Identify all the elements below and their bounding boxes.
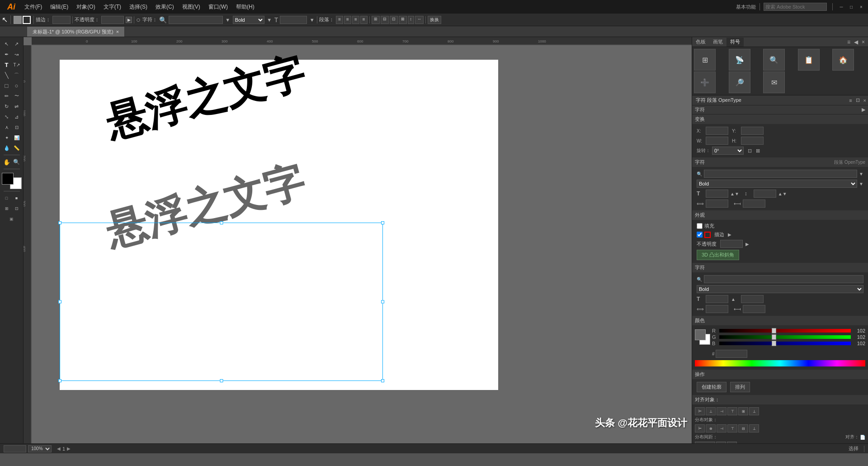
menu-effect[interactable]: 效果(C) [152, 2, 178, 12]
fill-checkbox[interactable] [697, 223, 703, 229]
dist-v-btn[interactable]: ⊟ [738, 424, 748, 433]
pencil-tool[interactable]: ✏ [2, 91, 12, 101]
stroke-checkbox[interactable] [697, 232, 703, 238]
stroke-swatch[interactable] [23, 16, 31, 24]
restore-button[interactable]: □ [848, 4, 854, 10]
char-icon[interactable]: 🔍 [159, 16, 167, 24]
select-tool-icon[interactable]: ↖ [2, 15, 8, 24]
symbol-icon-2[interactable]: 📡 [729, 49, 750, 71]
font-name-dropdown[interactable]: ▼ [859, 171, 863, 176]
prev-page-btn[interactable]: ◀ [57, 446, 61, 451]
align-right-edge-btn[interactable]: ⊣ [717, 407, 726, 415]
opacity-input[interactable]: 100% [101, 16, 124, 24]
extra-tool[interactable]: ▣ [2, 214, 22, 224]
select-tool[interactable]: ↖ [2, 39, 12, 49]
create-outline-btn[interactable]: 创建轮廓 [697, 382, 726, 392]
dist-h-btn[interactable]: ⊕ [706, 424, 716, 433]
align-center-btn[interactable]: ≡ [344, 16, 351, 24]
dist-space-input[interactable] [695, 442, 715, 443]
char-bold-select[interactable]: Bold [697, 285, 863, 293]
document-tab[interactable]: 未标题-1* @ 100% (RGB/GPU 预览) × [27, 27, 125, 37]
char-font-search-input[interactable]: 思源宋体 CN [704, 275, 863, 283]
eyedropper-tool[interactable]: 💧 [2, 143, 12, 153]
leading-input[interactable]: 271.6 [754, 190, 776, 198]
fill-swatch[interactable] [14, 16, 22, 24]
x-value-input[interactable]: 960 px [706, 127, 728, 135]
stroke-weight-input[interactable] [52, 16, 71, 24]
font-size-input[interactable]: 226.37 [280, 16, 307, 24]
zoom-input[interactable]: 100% [4, 445, 26, 452]
symbol-icon-8[interactable]: ✉ [763, 71, 785, 93]
opacity-appear-input[interactable]: 100% [720, 240, 743, 248]
menu-window[interactable]: 窗口(W) [205, 2, 231, 12]
align-left-edge-btn[interactable]: ⊢ [695, 407, 705, 415]
char-panel-menu[interactable]: ≡ [847, 97, 854, 104]
menu-edit[interactable]: 编辑(E) [47, 2, 72, 12]
transform-panel-header[interactable]: 变换 [692, 114, 868, 124]
text-options-btn-6[interactable]: ↔ [415, 16, 424, 24]
artboard-btn[interactable]: ⊡ [12, 204, 22, 214]
font-size-panel-arrow[interactable]: ▲▼ [730, 191, 739, 196]
sort-btn[interactable]: 排列 [730, 382, 750, 392]
font-style-expand[interactable]: ▼ [859, 181, 863, 186]
scale-h-input[interactable]: 100% [706, 200, 728, 208]
align-v-center-btn[interactable]: ⊞ [738, 407, 748, 415]
align-to-btn[interactable]: 📄 [860, 435, 865, 440]
char-size-arrows2[interactable]: ▲ [731, 297, 736, 302]
smooth-tool[interactable]: 〜 [12, 91, 22, 101]
operations-header[interactable]: 操作 [692, 370, 868, 379]
handle-tr[interactable] [381, 221, 384, 224]
opacity-arrow-btn[interactable]: ▶ [745, 242, 749, 247]
font-style-select[interactable]: Bold Regular Light [233, 16, 264, 24]
rotate-expand-btn[interactable]: ⊡ [746, 147, 753, 154]
pen-tool[interactable]: ✒ [2, 49, 12, 59]
align-h-center-btn[interactable]: ⊥ [706, 407, 716, 415]
symbol-icon-4[interactable]: 📋 [798, 49, 820, 71]
b-slider-thumb[interactable] [772, 341, 776, 346]
symbol-icon-3[interactable]: 🔍 [763, 49, 785, 71]
h-value-input[interactable]: 435.993 [741, 137, 764, 145]
screen-modes-btn[interactable]: ⊞ [2, 204, 12, 214]
char-size-input2[interactable]: 226.37 [706, 295, 728, 303]
foreground-color-box[interactable] [2, 173, 14, 185]
quick-mask-btn[interactable]: ■ [12, 193, 22, 203]
r-slider-track[interactable] [719, 329, 851, 333]
next-page-btn[interactable]: ▶ [67, 446, 71, 451]
hand-tool[interactable]: ✋ [2, 157, 12, 167]
measure-tool[interactable]: 📏 [12, 143, 22, 153]
btn-3d-extrude[interactable]: 3D 凸出和斜角 [697, 250, 739, 260]
menu-help[interactable]: 帮助(H) [232, 2, 258, 12]
char-panel-expand[interactable]: ⊡ [854, 96, 862, 104]
panel-collapse-btn[interactable]: ◀ [853, 39, 859, 45]
menu-select[interactable]: 选择(S) [126, 2, 151, 12]
text-options-btn-4[interactable]: ⊠ [399, 16, 407, 24]
char-scale-h2[interactable]: 100% [706, 305, 728, 313]
rect-tool[interactable]: □ [2, 81, 12, 90]
line-tool[interactable]: ╲ [2, 70, 12, 80]
appearance-panel-header[interactable]: 外观 [692, 210, 868, 220]
hex-input[interactable]: 666666 [716, 350, 747, 358]
stock-search-input[interactable] [764, 3, 827, 11]
scale-tool[interactable]: ⤡ [2, 112, 12, 122]
symbol-tool[interactable]: ✦ [2, 133, 12, 143]
warp-tool[interactable]: ⋏ [2, 122, 12, 132]
brushes-tab[interactable]: 画笔 [709, 38, 726, 47]
handle-bl[interactable] [58, 379, 61, 382]
scale-v-input[interactable]: 100% [743, 200, 765, 208]
font-dropdown-arrow[interactable]: ▼ [225, 17, 231, 23]
opacity-arrow[interactable]: ▶ [126, 17, 132, 23]
font-style-arrow[interactable]: ▼ [266, 17, 273, 23]
handle-tm[interactable] [220, 221, 223, 224]
dist-left-btn[interactable]: ⊢ [695, 424, 705, 433]
char-details-header[interactable]: 字符 段落 OpenType [692, 157, 868, 167]
font-search-input[interactable]: 思源宋体 CN [704, 170, 857, 178]
stroke-color-box[interactable] [704, 232, 711, 238]
zoom-select[interactable]: 100% 50% 200% [28, 445, 52, 452]
stroke-expand-arrow[interactable]: ▶ [728, 232, 731, 237]
char-font-header[interactable]: 字符 [692, 263, 868, 272]
symbol-icon-6[interactable]: ➕ [694, 71, 716, 93]
direct-select-tool[interactable]: ↗ [12, 39, 22, 49]
w-value-input[interactable]: 905.484 [706, 137, 728, 145]
zoom-tool[interactable]: 🔍 [12, 157, 22, 167]
ellipse-tool[interactable]: ○ [12, 81, 22, 90]
